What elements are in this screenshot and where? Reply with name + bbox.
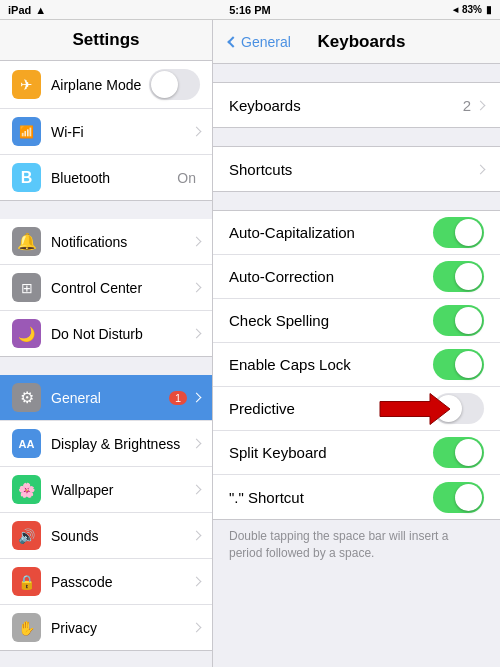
toggles-section: Auto-Capitalization Auto-Correction Chec…	[213, 210, 500, 520]
sidebar-gap-1	[0, 201, 212, 219]
right-panel-title: Keyboards	[299, 32, 424, 52]
display-icon: AA	[12, 429, 41, 458]
general-chevron-icon	[192, 393, 202, 403]
status-bar: iPad ▲ 5:16 PM ◂ 83% ▮	[0, 0, 500, 20]
shortcuts-label: Shortcuts	[229, 161, 477, 178]
status-bar-right: ◂ 83% ▮	[453, 4, 492, 15]
location-icon: ◂	[453, 4, 458, 15]
back-button[interactable]: General	[229, 34, 291, 50]
control-center-icon: ⊞	[12, 273, 41, 302]
sidebar-item-control-center[interactable]: ⊞ Control Center	[0, 265, 212, 311]
split-keyboard-label: Split Keyboard	[229, 444, 433, 461]
sounds-chevron-icon	[192, 531, 202, 541]
sidebar-item-airplane[interactable]: ✈ Airplane Mode	[0, 61, 212, 109]
keyboards-row[interactable]: Keyboards 2	[213, 83, 500, 127]
sidebar: Settings ✈ Airplane Mode 📶 Wi-Fi B Bluet…	[0, 20, 213, 667]
status-bar-left: iPad ▲	[8, 4, 46, 16]
auto-correction-row: Auto-Correction	[213, 255, 500, 299]
airplane-label: Airplane Mode	[51, 77, 149, 93]
back-label: General	[241, 34, 291, 50]
airplane-toggle-knob	[151, 71, 178, 98]
sidebar-item-display[interactable]: AA Display & Brightness	[0, 421, 212, 467]
check-spelling-row: Check Spelling	[213, 299, 500, 343]
privacy-label: Privacy	[51, 620, 193, 636]
check-spelling-label: Check Spelling	[229, 312, 433, 329]
caps-lock-label: Enable Caps Lock	[229, 356, 433, 373]
right-panel: General Keyboards Keyboards 2 Shortcuts …	[213, 20, 500, 667]
airplane-icon: ✈	[12, 70, 41, 99]
split-keyboard-knob	[455, 439, 482, 466]
main-layout: Settings ✈ Airplane Mode 📶 Wi-Fi B Bluet…	[0, 20, 500, 667]
wifi-icon: 📶	[12, 117, 41, 146]
ipad-label: iPad	[8, 4, 31, 16]
sidebar-section-preferences: ⚙ General 1 AA Display & Brightness 🌸 Wa…	[0, 375, 212, 651]
sidebar-item-passcode[interactable]: 🔒 Passcode	[0, 559, 212, 605]
notifications-chevron-icon	[192, 237, 202, 247]
display-chevron-icon	[192, 439, 202, 449]
back-chevron-icon	[227, 36, 238, 47]
sidebar-item-privacy[interactable]: ✋ Privacy	[0, 605, 212, 650]
period-shortcut-row: "." Shortcut	[213, 475, 500, 519]
sidebar-item-wallpaper[interactable]: 🌸 Wallpaper	[0, 467, 212, 513]
sidebar-item-notifications[interactable]: 🔔 Notifications	[0, 219, 212, 265]
sidebar-item-bluetooth[interactable]: B Bluetooth On	[0, 155, 212, 200]
sidebar-gap-3	[0, 651, 212, 667]
shortcuts-row[interactable]: Shortcuts	[213, 147, 500, 191]
auto-capitalization-toggle[interactable]	[433, 217, 484, 248]
do-not-disturb-icon: 🌙	[12, 319, 41, 348]
split-keyboard-toggle[interactable]	[433, 437, 484, 468]
sounds-icon: 🔊	[12, 521, 41, 550]
notifications-icon: 🔔	[12, 227, 41, 256]
control-center-label: Control Center	[51, 280, 193, 296]
svg-marker-0	[380, 393, 450, 424]
keyboards-section: Keyboards 2	[213, 82, 500, 128]
check-spelling-knob	[455, 307, 482, 334]
passcode-icon: 🔒	[12, 567, 41, 596]
keyboards-value: 2	[463, 97, 471, 114]
do-not-disturb-label: Do Not Disturb	[51, 326, 193, 342]
display-label: Display & Brightness	[51, 436, 193, 452]
split-keyboard-row: Split Keyboard	[213, 431, 500, 475]
passcode-label: Passcode	[51, 574, 193, 590]
sidebar-item-sounds[interactable]: 🔊 Sounds	[0, 513, 212, 559]
sidebar-gap-2	[0, 357, 212, 375]
battery-icon: ▮	[486, 4, 492, 15]
right-header: General Keyboards	[213, 20, 500, 64]
bluetooth-value: On	[177, 170, 196, 186]
period-shortcut-toggle[interactable]	[433, 482, 484, 513]
battery-percent: 83%	[462, 4, 482, 15]
period-shortcut-knob	[455, 484, 482, 511]
shortcuts-section: Shortcuts	[213, 146, 500, 192]
status-bar-time: 5:16 PM	[229, 4, 271, 16]
caps-lock-knob	[455, 351, 482, 378]
sidebar-item-wifi[interactable]: 📶 Wi-Fi	[0, 109, 212, 155]
wifi-chevron-icon	[192, 127, 202, 137]
predictive-row: Predictive	[213, 387, 500, 431]
hint-text: Double tapping the space bar will insert…	[213, 520, 500, 572]
auto-correction-label: Auto-Correction	[229, 268, 433, 285]
wallpaper-chevron-icon	[192, 485, 202, 495]
sidebar-item-general[interactable]: ⚙ General 1	[0, 375, 212, 421]
privacy-icon: ✋	[12, 613, 41, 642]
airplane-toggle[interactable]	[149, 69, 200, 100]
general-label: General	[51, 390, 169, 406]
wifi-icon: ▲	[35, 4, 46, 16]
check-spelling-toggle[interactable]	[433, 305, 484, 336]
auto-correction-toggle[interactable]	[433, 261, 484, 292]
red-arrow-annotation	[375, 391, 455, 426]
sounds-label: Sounds	[51, 528, 193, 544]
sidebar-item-do-not-disturb[interactable]: 🌙 Do Not Disturb	[0, 311, 212, 356]
wifi-label: Wi-Fi	[51, 124, 193, 140]
bluetooth-label: Bluetooth	[51, 170, 177, 186]
general-icon: ⚙	[12, 383, 41, 412]
caps-lock-row: Enable Caps Lock	[213, 343, 500, 387]
auto-capitalization-knob	[455, 219, 482, 246]
caps-lock-toggle[interactable]	[433, 349, 484, 380]
wallpaper-icon: 🌸	[12, 475, 41, 504]
sidebar-section-connectivity: ✈ Airplane Mode 📶 Wi-Fi B Bluetooth On	[0, 61, 212, 201]
auto-capitalization-row: Auto-Capitalization	[213, 211, 500, 255]
notifications-label: Notifications	[51, 234, 193, 250]
auto-capitalization-label: Auto-Capitalization	[229, 224, 433, 241]
control-center-chevron-icon	[192, 283, 202, 293]
do-not-disturb-chevron-icon	[192, 329, 202, 339]
